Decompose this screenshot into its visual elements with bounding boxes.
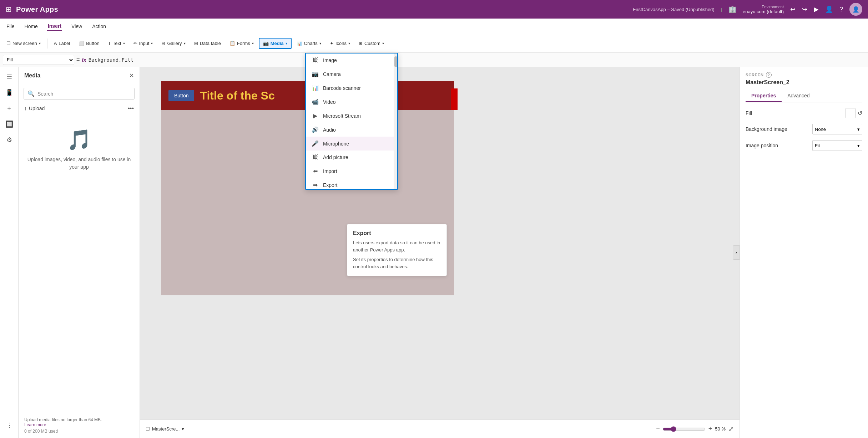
sidebar-icon-controls[interactable]: ⚙ xyxy=(2,133,16,147)
image-pos-prop-row: Image position Fit ▾ xyxy=(746,140,862,151)
charts-icon: 📊 xyxy=(297,41,302,46)
sidebar-icon-more[interactable]: ⋮ xyxy=(2,418,16,432)
zoom-slider[interactable] xyxy=(663,426,706,432)
charts-button[interactable]: 📊 Charts ▾ xyxy=(293,39,325,48)
search-input[interactable] xyxy=(37,91,131,97)
sidebar-icon-add[interactable]: + xyxy=(2,101,16,116)
environment-name: enayu.com (default) xyxy=(743,9,784,14)
audio-icon: 🔊 xyxy=(312,126,319,133)
gallery-button[interactable]: ⊟ Gallery ▾ xyxy=(158,39,189,48)
bg-image-dropdown[interactable]: None ▾ xyxy=(812,124,862,134)
zoom-value: 50 % xyxy=(715,426,726,432)
menu-item-file[interactable]: File xyxy=(6,22,15,31)
sidebar-icons: ☰ 📱 + 🔲 ⚙ ⋮ xyxy=(0,67,19,438)
formula-equals: = xyxy=(76,57,80,63)
dropdown-item-microphone[interactable]: 🎤 Microphone xyxy=(306,137,394,151)
image-pos-dropdown[interactable]: Fit ▾ xyxy=(812,140,862,151)
media-empty-text: Upload images, video, and audio files to… xyxy=(26,156,132,171)
camera-icon: 📷 xyxy=(312,71,319,77)
fill-label: Fill xyxy=(746,110,752,116)
menu-item-insert[interactable]: Insert xyxy=(47,22,62,31)
forms-button[interactable]: 📋 Forms ▾ xyxy=(226,39,257,48)
sidebar-icon-components[interactable]: 🔲 xyxy=(2,117,16,131)
button-button[interactable]: ⬜ Button xyxy=(75,39,103,48)
dropdown-item-export[interactable]: ➡ Export xyxy=(306,178,394,189)
avatar[interactable]: 👤 xyxy=(849,3,862,16)
menu-item-home[interactable]: Home xyxy=(24,22,39,31)
custom-button[interactable]: ⊕ Custom ▾ xyxy=(355,39,388,48)
upload-button[interactable]: ↑ Upload xyxy=(24,106,45,111)
barcode-label: Barcode scanner xyxy=(323,85,361,91)
tab-advanced[interactable]: Advanced xyxy=(782,90,815,102)
dropdown-item-audio[interactable]: 🔊 Audio xyxy=(306,123,394,137)
button-icon: ⬜ xyxy=(79,41,84,46)
upload-icon: ↑ xyxy=(24,106,27,111)
zoom-in-button[interactable]: + xyxy=(708,425,712,433)
dropdown-item-stream[interactable]: ▶ Microsoft Stream xyxy=(306,109,394,123)
menu-item-action[interactable]: Action xyxy=(91,22,107,31)
media-button[interactable]: 📷 Media ▾ xyxy=(259,38,292,49)
fullscreen-button[interactable]: ⤢ xyxy=(728,425,734,433)
screen-tab[interactable]: ☐ MasterScre... ▾ xyxy=(146,426,184,432)
media-dropdown-menu: 🖼 Image 📷 Camera 📊 Barcode scanner 📹 Vid… xyxy=(305,53,398,190)
app-title: Title of the Sc xyxy=(200,89,274,102)
learn-more-link[interactable]: Learn more xyxy=(24,422,134,427)
label-button[interactable]: A Label xyxy=(50,39,74,48)
new-screen-button[interactable]: ☐ New screen ▾ xyxy=(3,39,44,48)
undo-button[interactable]: ↩ xyxy=(790,5,796,13)
menu-item-view[interactable]: View xyxy=(71,22,83,31)
dropdown-scrollbar[interactable] xyxy=(394,54,397,189)
icons-button[interactable]: ✦ Icons ▾ xyxy=(326,39,354,48)
sidebar-icon-screens[interactable]: 📱 xyxy=(2,86,16,100)
video-label: Video xyxy=(323,99,336,105)
property-select[interactable]: Fill xyxy=(3,55,74,65)
data-table-icon: ⊞ xyxy=(194,41,198,46)
app-button-control[interactable]: Button xyxy=(168,90,194,101)
export-icon: ➡ xyxy=(312,182,319,188)
screen-help-icon[interactable]: ? xyxy=(766,72,772,78)
input-button[interactable]: ✏ Input ▾ xyxy=(130,39,157,48)
fill-value: ↺ xyxy=(846,108,862,118)
sidebar-icon-menu[interactable]: ☰ xyxy=(2,70,16,84)
forms-icon: 📋 xyxy=(229,41,235,46)
dropdown-item-barcode[interactable]: 📊 Barcode scanner xyxy=(306,81,394,95)
environment-icon: 🏢 xyxy=(728,5,736,13)
dropdown-item-import[interactable]: ⬅ Import xyxy=(306,164,394,178)
formula-input[interactable] xyxy=(89,55,865,65)
environment-block: Environment enayu.com (default) xyxy=(743,5,784,14)
title-bar: ⊞ Power Apps FirstCanvasApp – Saved (Unp… xyxy=(0,0,868,19)
stream-icon: ▶ xyxy=(312,112,319,119)
play-button[interactable]: ▶ xyxy=(814,5,819,13)
zoom-out-button[interactable]: − xyxy=(656,425,660,433)
tooltip-line1: Lets users export data so it can be used… xyxy=(353,239,441,253)
red-indicator xyxy=(451,88,458,110)
data-table-button[interactable]: ⊞ Data table xyxy=(191,39,224,48)
dropdown-item-addpicture[interactable]: 🖼 Add picture xyxy=(306,151,394,164)
usage-text: 0 of 200 MB used xyxy=(24,429,134,434)
new-screen-label: New screen xyxy=(12,41,37,46)
apps-grid-icon[interactable]: ⊞ xyxy=(6,5,12,14)
right-panel-collapse-button[interactable]: › xyxy=(733,245,740,260)
upload-more-button[interactable]: ••• xyxy=(128,105,134,112)
dropdown-item-image[interactable]: 🖼 Image xyxy=(306,54,394,67)
help-button[interactable]: ? xyxy=(839,6,843,13)
text-button[interactable]: T Text ▾ xyxy=(105,39,128,48)
import-icon: ⬅ xyxy=(312,168,319,174)
media-empty-icon: 🎵 xyxy=(67,128,92,152)
user-button[interactable]: 👤 xyxy=(825,5,833,13)
fill-refresh-button[interactable]: ↺ xyxy=(858,110,862,117)
canvas-area[interactable]: Button Title of the Sc Export Lets users… xyxy=(140,67,740,438)
stream-label: Microsoft Stream xyxy=(323,113,361,119)
input-icon: ✏ xyxy=(133,41,137,46)
panel-close-button[interactable]: ✕ xyxy=(129,72,134,79)
environment-label: Environment xyxy=(762,5,784,9)
redo-button[interactable]: ↪ xyxy=(802,5,807,13)
panel-title: Media xyxy=(24,72,40,79)
dropdown-item-camera[interactable]: 📷 Camera xyxy=(306,67,394,81)
image-pos-label: Image position xyxy=(746,143,778,148)
formula-fx-label: fx xyxy=(82,57,86,63)
screen-name: MasterScreen_2 xyxy=(746,79,862,86)
fill-color-swatch[interactable] xyxy=(846,108,856,118)
tab-properties[interactable]: Properties xyxy=(746,90,782,102)
dropdown-item-video[interactable]: 📹 Video xyxy=(306,95,394,109)
